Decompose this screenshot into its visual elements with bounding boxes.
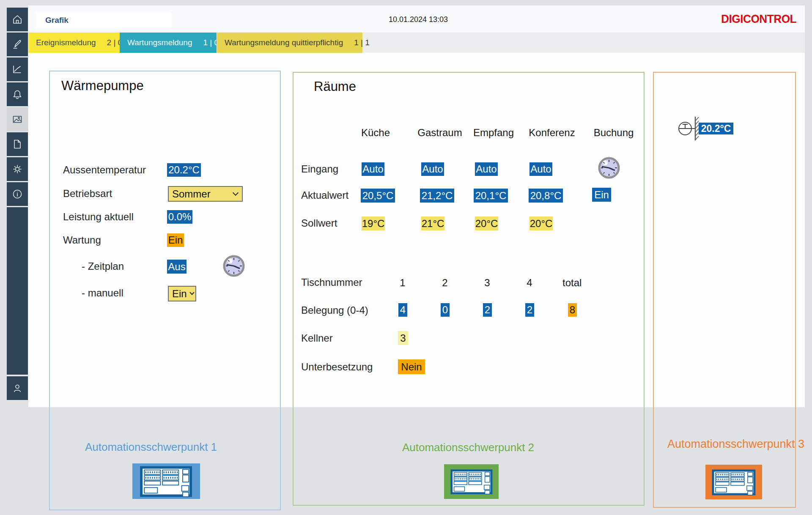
eingang-gastraum: Auto <box>421 162 444 176</box>
plc-controller-icon <box>710 467 757 497</box>
belegung-tisch1: 4 <box>398 303 407 317</box>
kellner-row-label: Kellner <box>301 332 333 345</box>
sidebar-item-edit[interactable] <box>7 33 28 56</box>
plc-controller-icon <box>138 463 194 499</box>
sidebar-item-documents[interactable] <box>7 132 28 156</box>
buchung-clock-icon[interactable] <box>598 156 620 179</box>
panel-raeume-title: Räume <box>314 79 356 94</box>
eingang-konferenz: Auto <box>529 162 552 176</box>
tab-count: 1 | 0 <box>203 38 219 47</box>
sollwert-konferenz[interactable]: 20°C <box>529 216 553 230</box>
as2-controller-tile[interactable] <box>444 464 499 499</box>
tab-ereignismeldung[interactable]: Ereignismeldung 2 | 0 <box>28 33 120 53</box>
image-icon <box>12 114 23 125</box>
sidebar-item-graphics[interactable] <box>7 107 28 131</box>
aussenfuehler-value: 20.2°C <box>699 123 733 134</box>
betriebsart-label: Betriebsart <box>63 187 112 200</box>
tischnummer-2: 2 <box>439 276 451 290</box>
betriebsart-selected-value: Sommer <box>172 188 211 200</box>
sollwert-kueche[interactable]: 19°C <box>362 216 385 230</box>
zeitplan-status: Aus <box>167 260 187 274</box>
belegung-tisch4: 2 <box>525 303 534 317</box>
page-title: Grafik <box>45 16 69 25</box>
tab-label: Wartungsmeldung quittierpflichtig <box>225 38 343 47</box>
tischnummer-total-label: total <box>562 276 592 290</box>
home-icon <box>12 14 23 25</box>
pencil-icon <box>12 39 23 50</box>
zeitplan-label: - Zeitplan <box>82 260 124 273</box>
panel-waermepumpe-title: Wärmepumpe <box>61 78 144 93</box>
digicontrol-logo: DIGICONTROL <box>721 13 791 26</box>
as1-controller-tile[interactable] <box>132 463 200 499</box>
aktualwert-gastraum: 21,2°C <box>420 189 454 203</box>
belegung-tisch3: 2 <box>483 303 492 317</box>
aktualwert-kueche: 20,5°C <box>361 189 395 203</box>
tischnummer-row-label: Tischnummer <box>301 276 362 289</box>
manuell-selected-value: Ein <box>172 288 187 300</box>
schedule-clock-icon[interactable] <box>222 255 245 277</box>
column-header-kueche: Küche <box>344 126 407 140</box>
tab-count: 1 | 1 <box>354 38 370 47</box>
wartung-label: Wartung <box>63 234 101 247</box>
chevron-down-icon <box>189 290 194 295</box>
bell-icon <box>12 89 23 100</box>
user-icon <box>12 383 23 394</box>
sollwert-empfang[interactable]: 20°C <box>475 216 498 230</box>
page-title-box[interactable]: Grafik <box>36 13 171 28</box>
gear-icon <box>12 164 23 175</box>
aktualwert-row-label: Aktualwert <box>301 189 348 202</box>
column-header-buchung: Buchung <box>582 126 645 140</box>
belegung-tisch2: 0 <box>441 303 450 317</box>
info-icon <box>12 189 23 200</box>
aktualwert-empfang: 20,1°C <box>474 189 508 203</box>
trend-chart-icon <box>12 64 23 75</box>
eingang-empfang: Auto <box>475 162 498 176</box>
unterbesetzung-status: Nein <box>398 359 425 374</box>
tab-label: Ereignismeldung <box>36 38 96 47</box>
wartung-status: Ein <box>167 233 184 247</box>
sidebar-item-settings[interactable] <box>7 157 28 181</box>
tischnummer-1: 1 <box>396 276 409 290</box>
leistung-value: 0.0% <box>167 210 192 224</box>
eingang-row-label: Eingang <box>301 163 338 175</box>
betriebsart-select[interactable]: Sommer <box>168 186 243 202</box>
plc-controller-icon <box>449 467 494 496</box>
tischnummer-4: 4 <box>523 276 536 290</box>
as3-label: Automationsschwerpunkt 3 <box>660 438 812 451</box>
tab-wartungsmeldung-quittierpflichtig[interactable]: Wartungsmeldung quittierpflichtig 1 | 1 <box>217 33 362 53</box>
sollwert-row-label: Sollwert <box>301 217 337 230</box>
clock-timestamp: 10.01.2024 13:03 <box>334 15 503 24</box>
belegung-row-label: Belegung (0-4) <box>301 304 368 317</box>
manuell-label: - manuell <box>82 287 123 299</box>
column-header-empfang: Empfang <box>462 126 525 140</box>
sidebar-item-alarms[interactable] <box>7 82 28 106</box>
sidebar-item-trends[interactable] <box>7 58 28 81</box>
as2-label: Automationsschwerpunkt 2 <box>392 441 544 454</box>
tab-wartungsmeldung[interactable]: Wartungsmeldung 1 | 0 <box>120 33 217 53</box>
column-header-konferenz: Konferenz <box>520 126 584 140</box>
chevron-down-icon <box>233 190 239 196</box>
unterbesetzung-row-label: Unterbesetzung <box>301 361 373 373</box>
sidebar-item-info[interactable] <box>7 182 28 206</box>
digicontrol-dashboard: Grafik 10.01.2024 13:03 DIGICONTROL Erei… <box>0 0 812 515</box>
aussentemperatur-value: 20.2°C <box>167 163 201 177</box>
sidebar-item-home[interactable] <box>7 8 28 31</box>
aktualwert-buchung-status: Ein <box>592 188 611 202</box>
kellner-value[interactable]: 3 <box>398 331 408 345</box>
sidebar-item-user[interactable] <box>7 376 28 400</box>
aussentemperatur-label: Aussentemperatur <box>63 164 146 176</box>
as1-label: Automationsschwerpunkt 1 <box>75 441 227 454</box>
eingang-kueche: Auto <box>362 162 384 176</box>
tab-label: Wartungsmeldung <box>127 38 192 47</box>
aktualwert-konferenz: 20,8°C <box>529 189 563 203</box>
belegung-total: 8 <box>568 303 577 317</box>
sidebar-spacer <box>7 207 28 375</box>
document-icon <box>12 139 23 150</box>
outdoor-temperature-sensor-icon <box>676 115 700 142</box>
leistung-label: Leistung aktuell <box>63 211 134 223</box>
manuell-select[interactable]: Ein <box>168 286 196 301</box>
as3-controller-tile[interactable] <box>705 465 762 499</box>
sollwert-gastraum[interactable]: 21°C <box>421 216 444 230</box>
tischnummer-3: 3 <box>481 276 494 290</box>
